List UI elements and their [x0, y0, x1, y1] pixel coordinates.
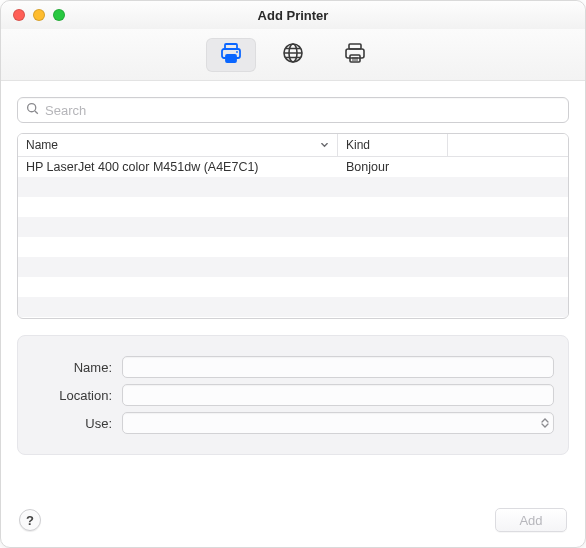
column-header-spacer — [448, 134, 568, 156]
search-input[interactable] — [45, 103, 560, 118]
cell-kind: Bonjour — [338, 157, 448, 177]
empty-row — [18, 297, 568, 317]
help-button[interactable]: ? — [19, 509, 41, 531]
add-button-label: Add — [519, 513, 542, 528]
cell-name: HP LaserJet 400 color M451dw (A4E7C1) — [18, 157, 338, 177]
tab-ip[interactable] — [268, 38, 318, 72]
printer-source-tabs — [200, 38, 386, 72]
svg-rect-2 — [226, 55, 236, 62]
row-name: Name: — [32, 356, 554, 378]
row-use: Use: — [32, 412, 554, 434]
window-controls — [13, 9, 65, 21]
content: Name Kind HP LaserJet 400 color M451dw (… — [1, 81, 585, 493]
sort-indicator-icon — [320, 138, 329, 152]
column-header-kind-label: Kind — [346, 138, 370, 152]
footer: ? Add — [1, 493, 585, 547]
printer-details-panel: Name: Location: Use: — [17, 335, 569, 455]
empty-row — [18, 177, 568, 197]
empty-row — [18, 197, 568, 217]
popup-stepper-icon — [541, 418, 549, 428]
svg-point-9 — [28, 104, 36, 112]
svg-point-3 — [236, 51, 238, 53]
column-header-kind[interactable]: Kind — [338, 134, 448, 156]
label-name: Name: — [32, 360, 112, 375]
column-header-name[interactable]: Name — [18, 134, 338, 156]
location-field[interactable] — [122, 384, 554, 406]
search-field[interactable] — [17, 97, 569, 123]
globe-icon — [281, 41, 305, 68]
titlebar: Add Printer — [1, 1, 585, 29]
tab-default[interactable] — [206, 38, 256, 72]
add-printer-window: Add Printer — [0, 0, 586, 548]
minimize-window-button[interactable] — [33, 9, 45, 21]
tab-windows[interactable] — [330, 38, 380, 72]
close-window-button[interactable] — [13, 9, 25, 21]
search-icon — [26, 102, 39, 118]
help-icon: ? — [26, 513, 34, 528]
column-header-name-label: Name — [26, 138, 58, 152]
printer-list-body: HP LaserJet 400 color M451dw (A4E7C1) Bo… — [18, 157, 568, 318]
label-location: Location: — [32, 388, 112, 403]
printer-icon — [219, 41, 243, 68]
printer-list: Name Kind HP LaserJet 400 color M451dw (… — [17, 133, 569, 319]
zoom-window-button[interactable] — [53, 9, 65, 21]
empty-row — [18, 217, 568, 237]
printer-list-header: Name Kind — [18, 134, 568, 157]
advanced-printer-icon — [343, 41, 367, 68]
name-field[interactable] — [122, 356, 554, 378]
label-use: Use: — [32, 416, 112, 431]
use-popup[interactable] — [122, 412, 554, 434]
table-row[interactable]: HP LaserJet 400 color M451dw (A4E7C1) Bo… — [18, 157, 568, 177]
empty-row — [18, 277, 568, 297]
toolbar — [1, 29, 585, 81]
row-location: Location: — [32, 384, 554, 406]
svg-rect-7 — [346, 49, 364, 58]
empty-row — [18, 257, 568, 277]
window-title: Add Printer — [258, 8, 329, 23]
add-button[interactable]: Add — [495, 508, 567, 532]
empty-row — [18, 237, 568, 257]
